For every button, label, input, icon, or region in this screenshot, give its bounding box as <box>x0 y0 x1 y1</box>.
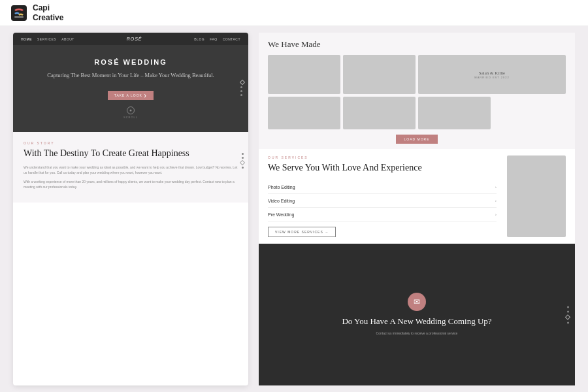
gallery-item-2 <box>343 55 416 94</box>
cta-title: Do You Have A New Wedding Coming Up? <box>342 316 491 327</box>
nav-about: ABOUT <box>61 37 74 41</box>
nav-logo: ROSÉ <box>127 37 142 41</box>
story-dot-2 <box>242 157 244 159</box>
envelope-icon: ✉ <box>414 297 420 307</box>
nav-contact: CONTACT <box>223 37 240 41</box>
service-name-photo: Photo Editing <box>268 185 295 189</box>
story-text-2: With a working experience of more than 2… <box>24 179 238 189</box>
nav-links-right: BLOG FAQ CONTACT <box>194 37 240 41</box>
services-image-placeholder <box>507 155 566 237</box>
gallery-item-6 <box>418 97 491 129</box>
load-more-button[interactable]: LOAD MORE <box>396 135 437 144</box>
hero-diamond-indicator <box>240 80 245 85</box>
main-area: HOME SERVICES ABOUT ROSÉ BLOG FAQ CONTAC… <box>0 26 588 392</box>
story-text-1: We understand that you want to make your… <box>24 165 238 175</box>
right-panel: We Have Made Salah & Killie MARRIED EST … <box>259 33 575 385</box>
service-name-prewedding: Pre Wedding <box>268 212 294 217</box>
cta-dot-2 <box>567 310 569 312</box>
hero-dot-2 <box>240 90 242 92</box>
story-title: With The Destiny To Create Great Happine… <box>24 148 238 159</box>
nav-services: SERVICES <box>37 37 56 41</box>
cta-diamond <box>565 314 570 319</box>
service-arrow-video: › <box>495 198 497 203</box>
cta-dot-3 <box>567 321 569 323</box>
cta-dot-1 <box>567 306 569 308</box>
service-name-video: Video Editing <box>268 199 295 203</box>
nav-links-left: HOME SERVICES ABOUT <box>21 37 74 41</box>
view-more-services-button[interactable]: VIEW MORE SERVICES → <box>268 227 336 237</box>
brand-name: Capi Creative <box>33 3 63 22</box>
services-title: We Serve You With Love And Experience <box>268 162 497 174</box>
gallery-grid: Salah & Killie MARRIED EST 2022 <box>268 55 566 129</box>
hero-scroll: SCROLL <box>24 106 238 119</box>
svg-rect-1 <box>14 16 24 18</box>
top-bar: Capi Creative <box>0 0 588 26</box>
services-label: OUR SERVICES <box>268 155 497 159</box>
gallery-featured-item: Salah & Killie MARRIED EST 2022 <box>418 55 566 94</box>
gallery-couple-sub: MARRIED EST 2022 <box>474 76 509 79</box>
service-item-photo[interactable]: Photo Editing › <box>268 180 497 194</box>
left-website-mockup: HOME SERVICES ABOUT ROSÉ BLOG FAQ CONTAC… <box>13 33 248 385</box>
scroll-icon <box>127 106 135 114</box>
gallery-title: We Have Made <box>268 39 566 50</box>
gallery-item-4 <box>268 97 340 129</box>
hero-dot-1 <box>240 86 242 88</box>
gallery-item-5 <box>343 97 416 129</box>
svg-point-2 <box>130 109 132 111</box>
story-label: OUR STORY <box>24 141 238 145</box>
story-side-dots <box>240 153 244 169</box>
service-arrow-photo: › <box>495 184 497 189</box>
mock-hero-section: ROSÉ WEDDING Capturing The Best Moment i… <box>13 45 248 132</box>
hero-cta-button[interactable]: TAKE A LOOK ❯ <box>108 91 154 100</box>
story-dot-1 <box>242 153 244 155</box>
story-diamond-indicator <box>240 160 245 165</box>
hero-subtitle: Capturing The Best Moment in Your Life –… <box>24 71 238 80</box>
scroll-label: SCROLL <box>123 116 138 119</box>
hero-title: ROSÉ WEDDING <box>24 58 238 66</box>
gallery-item-1 <box>268 55 340 94</box>
cta-icon-container: ✉ <box>408 293 426 311</box>
nav-faq: FAQ <box>210 37 218 41</box>
cta-section: ✉ Do You Have A New Wedding Coming Up? C… <box>259 244 575 385</box>
hero-side-dots <box>240 80 244 96</box>
gallery-couple-name: Salah & Killie <box>479 71 505 76</box>
story-dot-3 <box>242 167 244 169</box>
service-arrow-prewedding: › <box>495 212 497 217</box>
cta-text: Contact us immediately to receive a prof… <box>376 331 458 336</box>
mock-story-section: OUR STORY With The Destiny To Create Gre… <box>13 132 248 203</box>
cta-side-dots <box>566 306 570 323</box>
nav-blog: BLOG <box>194 37 204 41</box>
capi-creative-logo-icon <box>10 5 27 22</box>
service-item-prewedding[interactable]: Pre Wedding › <box>268 208 497 221</box>
services-section: OUR SERVICES We Serve You With Love And … <box>259 149 575 244</box>
gallery-section: We Have Made Salah & Killie MARRIED EST … <box>259 33 575 149</box>
nav-home: HOME <box>21 37 32 41</box>
mock-navbar: HOME SERVICES ABOUT ROSÉ BLOG FAQ CONTAC… <box>13 33 248 45</box>
service-item-video[interactable]: Video Editing › <box>268 194 497 208</box>
services-left: OUR SERVICES We Serve You With Love And … <box>268 155 497 237</box>
hero-dot-3 <box>240 94 242 96</box>
